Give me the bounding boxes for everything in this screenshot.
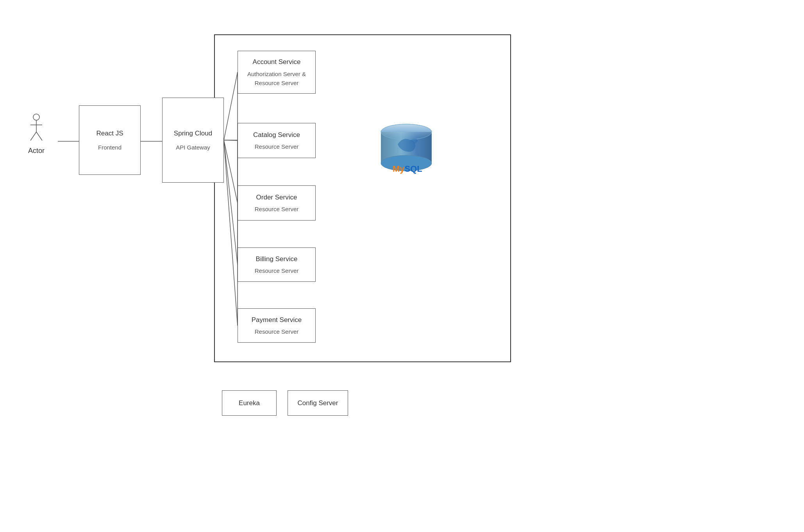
order-service-box: Order Service Resource Server	[238, 185, 316, 221]
svg-line-20	[36, 132, 42, 141]
account-box-subtitle: Authorization Server & Resource Server	[247, 70, 306, 87]
eureka-box: Eureka	[222, 390, 277, 416]
svg-line-19	[30, 132, 36, 141]
stick-figure-icon	[27, 113, 46, 144]
payment-service-box: Payment Service Resource Server	[238, 308, 316, 343]
config-server-box: Config Server	[288, 390, 348, 416]
gateway-box-title: Spring Cloud	[174, 128, 212, 139]
catalog-box-subtitle: Resource Server	[255, 142, 299, 151]
payment-box-subtitle: Resource Server	[255, 327, 299, 336]
order-box-title: Order Service	[256, 192, 297, 203]
payment-box-title: Payment Service	[252, 315, 302, 325]
svg-text:MySQL: MySQL	[393, 164, 422, 174]
billing-service-box: Billing Service Resource Server	[238, 247, 316, 282]
svg-point-24	[381, 124, 432, 140]
mysql-icon: MySQL	[367, 113, 445, 183]
config-label: Config Server	[298, 398, 338, 408]
catalog-box-title: Catalog Service	[253, 130, 300, 140]
catalog-service-box: Catalog Service Resource Server	[238, 123, 316, 158]
actor: Actor	[27, 113, 46, 155]
diagram-container: Actor React JS Frontend Spring Cloud API…	[0, 0, 804, 532]
eureka-label: Eureka	[239, 398, 260, 408]
account-box-title: Account Service	[253, 57, 301, 67]
mysql-svg: MySQL	[371, 117, 441, 180]
gateway-box-subtitle: API Gateway	[176, 143, 210, 152]
billing-box-subtitle: Resource Server	[255, 267, 299, 276]
react-box-subtitle: Frontend	[98, 143, 121, 152]
actor-label: Actor	[28, 147, 45, 155]
svg-point-16	[33, 114, 39, 120]
react-box-title: React JS	[96, 128, 123, 139]
gateway-box: Spring Cloud API Gateway	[162, 98, 224, 183]
react-frontend-box: React JS Frontend	[79, 105, 141, 175]
account-service-box: Account Service Authorization Server & R…	[238, 51, 316, 94]
order-box-subtitle: Resource Server	[255, 205, 299, 214]
billing-box-title: Billing Service	[256, 254, 298, 264]
